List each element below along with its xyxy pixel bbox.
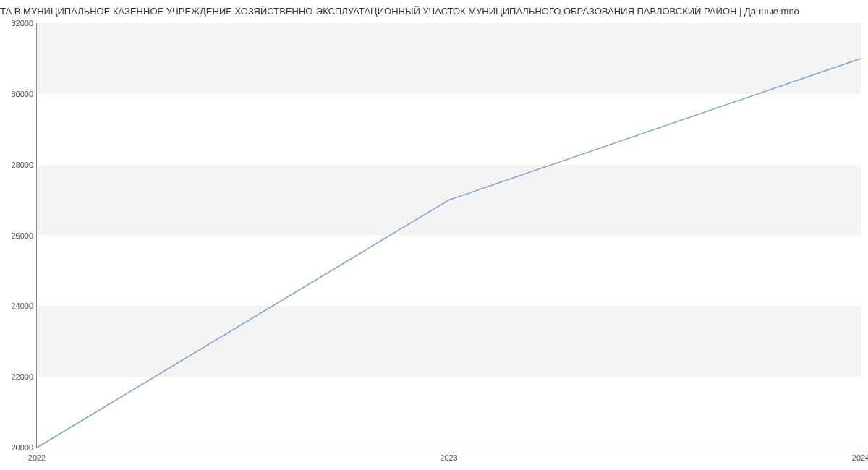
y-axis-tick: 24000 (4, 302, 33, 310)
chart-line-svg (37, 23, 861, 448)
y-axis-tick: 26000 (4, 231, 33, 240)
x-axis-tick: 2024 (852, 453, 868, 462)
chart-container: ТА В МУНИЦИПАЛЬНОЕ КАЗЕННОЕ УЧРЕЖДЕНИЕ Х… (0, 0, 868, 470)
plot-area: 20000220002400026000280003000032000 2022… (36, 23, 861, 448)
y-axis-tick: 20000 (4, 443, 33, 452)
chart-title: ТА В МУНИЦИПАЛЬНОЕ КАЗЕННОЕ УЧРЕЖДЕНИЕ Х… (0, 0, 868, 17)
y-axis-tick: 22000 (4, 372, 33, 381)
data-series-line (37, 59, 861, 448)
y-axis-tick: 32000 (4, 19, 33, 27)
x-axis-tick: 2022 (28, 453, 46, 462)
y-axis-tick: 28000 (4, 161, 33, 169)
y-axis-tick: 30000 (4, 90, 33, 98)
x-axis-tick: 2023 (440, 453, 457, 462)
